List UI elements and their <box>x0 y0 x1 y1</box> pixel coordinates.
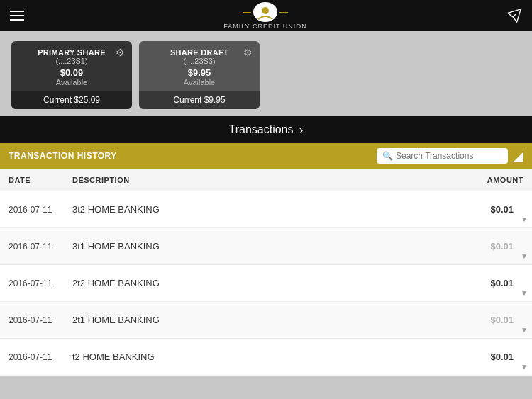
tx-amount: $0.01 <box>467 278 523 288</box>
transactions-nav[interactable]: Transactions › <box>0 116 532 143</box>
logo-emblem <box>253 2 277 22</box>
col-header-desc: DESCRIPTION <box>72 176 467 184</box>
expand-row-icon[interactable]: ▼ <box>521 326 528 334</box>
account-settings-icon-draft[interactable]: ⚙ <box>243 47 253 58</box>
send-icon[interactable] <box>506 8 522 23</box>
account-card-draft-footer: Current $9.95 <box>139 91 260 109</box>
search-icon: 🔍 <box>382 151 393 161</box>
tx-desc: 2t2 HOME BANKING <box>72 278 467 288</box>
account-card-primary-body: ⚙ PRIMARY SHARE (....23S1) $0.09 Availab… <box>11 41 132 91</box>
tx-desc: t2 HOME BANKING <box>72 352 467 362</box>
account-card-draft[interactable]: ⚙ SHARE DRAFT (....23S3) $9.95 Available… <box>139 41 260 109</box>
account-card-primary-footer: Current $25.09 <box>11 91 132 109</box>
account-card-primary-number: (....23S1) <box>20 57 123 65</box>
expand-row-icon[interactable]: ▼ <box>521 215 528 223</box>
account-card-draft-body: ⚙ SHARE DRAFT (....23S3) $9.95 Available <box>139 41 260 91</box>
logo-text: FAMILY CREDIT UNION <box>223 23 307 30</box>
account-card-draft-title: SHARE DRAFT <box>148 48 251 57</box>
search-box[interactable]: 🔍 <box>377 148 508 164</box>
table-row[interactable]: 2016-07-11 2t1 HOME BANKING $0.01 ▼ <box>0 302 532 339</box>
app-header: — — FAMILY CREDIT UNION <box>0 0 532 31</box>
tx-amount: $0.01 <box>467 241 523 252</box>
account-card-draft-amount: $9.95 <box>148 67 251 78</box>
expand-row-icon[interactable]: ▼ <box>521 289 528 297</box>
logo-right-decoration: — <box>279 7 288 17</box>
tx-desc: 3t1 HOME BANKING <box>72 241 467 252</box>
account-card-draft-number: (....23S3) <box>148 57 251 65</box>
transaction-history-bar: TRANSACTION HISTORY 🔍 ◢ <box>0 143 532 169</box>
svg-point-0 <box>262 7 269 14</box>
tx-date: 2016-07-11 <box>9 315 72 325</box>
expand-row-icon[interactable]: ▼ <box>521 252 528 260</box>
tx-date: 2016-07-11 <box>9 279 72 288</box>
table-row[interactable]: 2016-07-11 t2 HOME BANKING $0.01 ▼ <box>0 339 532 376</box>
expand-row-icon[interactable]: ▼ <box>521 363 528 371</box>
account-settings-icon-primary[interactable]: ⚙ <box>116 47 125 58</box>
account-card-primary-amount: $0.09 <box>20 67 123 78</box>
tx-amount: $0.01 <box>467 204 523 215</box>
tx-date: 2016-07-11 <box>9 352 72 362</box>
tx-amount: $0.01 <box>467 315 523 325</box>
tx-date: 2016-07-11 <box>9 242 72 252</box>
tx-desc: 3t2 HOME BANKING <box>72 204 467 215</box>
transactions-nav-label: Transactions <box>229 123 294 136</box>
filter-icon[interactable]: ◢ <box>514 148 523 164</box>
transactions-list: 2016-07-11 3t2 HOME BANKING $0.01 ▼ 2016… <box>0 191 532 376</box>
table-row[interactable]: 2016-07-11 2t2 HOME BANKING $0.01 ▼ <box>0 265 532 302</box>
menu-icon[interactable] <box>10 11 24 21</box>
transactions-nav-arrow-icon: › <box>299 123 304 137</box>
logo-left-decoration: — <box>243 7 251 17</box>
account-card-primary[interactable]: ⚙ PRIMARY SHARE (....23S1) $0.09 Availab… <box>11 41 132 109</box>
account-card-primary-title: PRIMARY SHARE <box>20 48 123 57</box>
tx-desc: 2t1 HOME BANKING <box>72 315 467 325</box>
tx-date: 2016-07-11 <box>9 205 72 215</box>
col-header-date: DATE <box>9 176 72 184</box>
table-row[interactable]: 2016-07-11 3t2 HOME BANKING $0.01 ▼ <box>0 191 532 228</box>
col-header-amount: AMOUNT <box>467 176 523 184</box>
search-input[interactable] <box>396 151 502 161</box>
tx-amount: $0.01 <box>467 352 523 362</box>
table-row[interactable]: 2016-07-11 3t1 HOME BANKING $0.01 ▼ <box>0 228 532 265</box>
table-header: DATE DESCRIPTION AMOUNT <box>0 169 532 191</box>
account-card-draft-available: Available <box>148 78 251 86</box>
account-card-primary-available: Available <box>20 78 123 86</box>
accounts-area: ⚙ PRIMARY SHARE (....23S1) $0.09 Availab… <box>0 31 532 116</box>
app-logo: — — FAMILY CREDIT UNION <box>223 2 307 30</box>
history-bar-title: TRANSACTION HISTORY <box>9 151 117 161</box>
history-bar-controls: 🔍 ◢ <box>377 148 523 164</box>
